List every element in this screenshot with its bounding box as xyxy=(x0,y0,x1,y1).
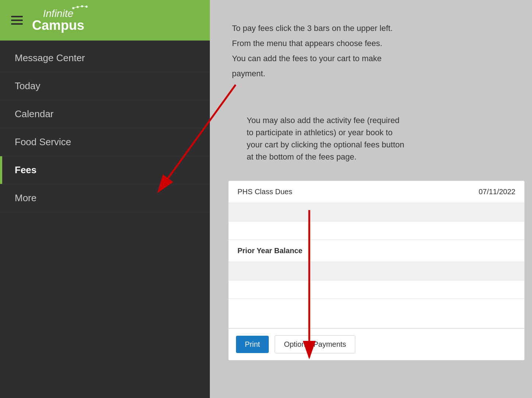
sidebar-nav: Message Center Today Calendar Food Servi… xyxy=(0,41,210,398)
logo-campus: Campus xyxy=(32,18,84,33)
optional-payments-button[interactable]: Optional Payments xyxy=(275,335,355,353)
fee-row-empty-2 xyxy=(229,221,524,240)
sidebar-item-food-service[interactable]: Food Service xyxy=(0,128,210,156)
sidebar-item-label: Fees xyxy=(15,164,36,175)
instruction-line-7: your cart by clicking the optional fees … xyxy=(247,139,517,151)
instructions-block-2: You may also add the activity fee (requi… xyxy=(247,114,517,163)
sidebar-item-label: More xyxy=(15,192,36,203)
sidebar-item-label: Calendar xyxy=(15,108,54,119)
hamburger-line-3 xyxy=(11,23,23,25)
logo-infinite: Infinite xyxy=(43,8,74,19)
instruction-line-1: To pay fees click the 3 bars on the uppe… xyxy=(232,22,517,34)
print-button[interactable]: Print xyxy=(236,336,269,353)
fee-label: Prior Year Balance xyxy=(237,247,302,255)
fee-row-empty-1 xyxy=(229,203,524,221)
logo-text: Infinite Campus xyxy=(32,8,84,32)
sidebar-item-label: Today xyxy=(15,80,40,91)
main-content: To pay fees click the 3 bars on the uppe… xyxy=(210,0,532,398)
fee-row-prior-year: Prior Year Balance xyxy=(229,240,524,262)
instruction-line-2: From the menu that appears choose fees. xyxy=(232,37,517,49)
hamburger-menu-button[interactable] xyxy=(11,16,23,25)
instruction-line-4: payment. xyxy=(232,67,517,80)
fee-label: PHS Class Dues xyxy=(237,188,292,196)
logo: Infinite Campus xyxy=(32,8,84,32)
fee-footer: Print Optional Payments xyxy=(229,328,524,360)
fee-row-empty-3 xyxy=(229,262,524,280)
instruction-line-3: You can add the fees to your cart to mak… xyxy=(232,52,517,64)
sidebar-item-today[interactable]: Today xyxy=(0,72,210,100)
logo-dots-icon xyxy=(70,5,92,13)
sidebar-item-message-center[interactable]: Message Center xyxy=(0,44,210,72)
sidebar-item-calendar[interactable]: Calendar xyxy=(0,100,210,128)
fee-row-empty-4 xyxy=(229,280,524,299)
fee-spacer xyxy=(229,299,524,328)
hamburger-line-1 xyxy=(11,16,23,17)
instruction-line-8: at the bottom of the fees page. xyxy=(247,151,517,163)
instructions-block-1: To pay fees click the 3 bars on the uppe… xyxy=(232,22,517,83)
instruction-line-5: You may also add the activity fee (requi… xyxy=(247,114,517,126)
sidebar-header: Infinite Campus xyxy=(0,0,210,41)
sidebar-item-more[interactable]: More xyxy=(0,184,210,212)
sidebar: Infinite Campus Message Center Today xyxy=(0,0,210,398)
sidebar-item-fees[interactable]: Fees xyxy=(0,156,210,184)
fee-panel: PHS Class Dues 07/11/2022 Prior Year Bal… xyxy=(228,181,525,360)
sidebar-item-label: Message Center xyxy=(15,52,85,63)
sidebar-item-label: Food Service xyxy=(15,136,71,147)
instruction-line-6: to participate in athletics) or year boo… xyxy=(247,126,517,139)
hamburger-line-2 xyxy=(11,20,23,21)
fee-date: 07/11/2022 xyxy=(479,188,515,196)
fee-row-phs-class-dues: PHS Class Dues 07/11/2022 xyxy=(229,181,524,203)
